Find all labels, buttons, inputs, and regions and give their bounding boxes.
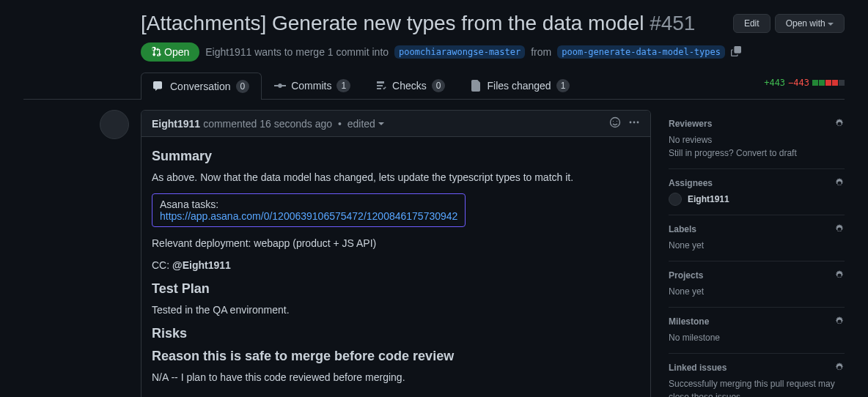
testplan-heading: Test Plan — [152, 281, 640, 297]
svg-point-5 — [637, 122, 639, 124]
assignees-title: Assignees — [669, 178, 713, 188]
labels-title: Labels — [669, 224, 696, 234]
sidebar-reviewers: Reviewers No reviews Still in progress? … — [669, 110, 845, 169]
avatar[interactable] — [100, 110, 129, 139]
state-badge-open: Open — [141, 42, 199, 62]
reviewers-text: No reviews — [669, 133, 845, 146]
reason-text: N/A -- I plan to have this code reviewed… — [152, 371, 640, 383]
tab-checks-label: Checks — [392, 80, 427, 92]
summary-heading: Summary — [152, 149, 640, 164]
tab-commits-label: Commits — [291, 80, 331, 92]
sidebar-labels: Labels None yet — [669, 215, 845, 261]
checklist-icon — [375, 80, 387, 92]
pr-author[interactable]: Eight1911 — [205, 46, 251, 58]
state-text: Open — [164, 46, 189, 58]
assignee-name: Eight1911 — [688, 194, 729, 204]
gear-icon[interactable] — [834, 119, 845, 129]
tab-files-label: Files changed — [487, 80, 551, 92]
git-pull-request-icon — [151, 47, 161, 57]
svg-point-1 — [613, 121, 614, 122]
head-branch[interactable]: poom-generate-data-model-types — [557, 45, 725, 59]
labels-text: None yet — [669, 239, 845, 252]
tab-conversation-count: 0 — [236, 80, 250, 93]
tab-checks[interactable]: Checks 0 — [363, 72, 457, 99]
cc-mention[interactable]: @Eight1911 — [172, 259, 231, 271]
chevron-down-icon — [378, 122, 384, 125]
projects-text: None yet — [669, 285, 845, 298]
svg-point-3 — [630, 122, 632, 124]
gear-icon[interactable] — [834, 178, 845, 188]
open-with-label: Open with — [786, 18, 825, 29]
assignee-row[interactable]: Eight1911 — [669, 193, 845, 206]
tab-checks-count: 0 — [432, 79, 446, 92]
comment-timestamp: commented 16 seconds ago — [203, 118, 332, 130]
gear-icon[interactable] — [834, 316, 845, 327]
sidebar-milestone: Milestone No milestone — [669, 308, 845, 354]
copy-icon[interactable] — [731, 46, 741, 59]
asana-label: Asana tasks: — [160, 198, 457, 210]
tab-conversation-label: Conversation — [170, 81, 231, 92]
svg-point-0 — [611, 118, 620, 127]
emoji-icon[interactable] — [609, 116, 621, 130]
gear-icon[interactable] — [834, 363, 845, 373]
sidebar-projects: Projects None yet — [669, 261, 845, 308]
pr-number: #451 — [650, 12, 695, 34]
merge-action-text: wants to merge 1 commit into — [254, 46, 389, 58]
tab-files-count: 1 — [556, 79, 570, 92]
chevron-down-icon — [828, 23, 834, 26]
from-text: from — [531, 46, 551, 58]
page-title: [Attachments] Generate new types from th… — [23, 12, 727, 35]
linked-issues-text: Successfully merging this pull request m… — [669, 377, 845, 397]
cc-line: CC: @Eight1911 — [152, 259, 640, 271]
git-commit-icon — [274, 80, 286, 92]
testplan-text: Tested in the QA environment. — [152, 304, 640, 316]
tab-files-changed[interactable]: Files changed 1 — [457, 72, 582, 99]
convert-to-draft-link[interactable]: Still in progress? Convert to draft — [669, 146, 845, 160]
milestone-title: Milestone — [669, 316, 709, 327]
comment-header: Eight1911 commented 16 seconds ago • edi… — [141, 111, 650, 137]
tab-conversation[interactable]: Conversation 0 — [141, 73, 262, 100]
asana-link[interactable]: https://app.asana.com/0/1200639106575472… — [160, 210, 457, 222]
deployment-text: Relevant deployment: webapp (product + J… — [152, 237, 640, 249]
comment-discussion-icon — [153, 81, 165, 92]
sidebar-linked-issues: Linked issues Successfully merging this … — [669, 354, 845, 397]
svg-point-2 — [617, 121, 617, 122]
tab-commits-count: 1 — [336, 79, 350, 92]
linked-issues-title: Linked issues — [669, 363, 727, 373]
edit-button[interactable]: Edit — [733, 14, 770, 33]
diff-blocks — [812, 80, 845, 86]
asana-tasks-box: Asana tasks: https://app.asana.com/0/120… — [152, 193, 466, 227]
merge-description: Eight1911 wants to merge 1 commit into — [205, 46, 389, 58]
projects-title: Projects — [669, 270, 703, 281]
reason-heading: Reason this is safe to merge before code… — [152, 349, 640, 364]
comment-box: Eight1911 commented 16 seconds ago • edi… — [141, 110, 651, 397]
edited-indicator[interactable]: • edited — [335, 118, 384, 130]
comment-author[interactable]: Eight1911 — [152, 118, 200, 130]
risks-heading: Risks — [152, 326, 640, 341]
gear-icon[interactable] — [834, 270, 845, 281]
open-with-button[interactable]: Open with — [775, 14, 845, 33]
sidebar-assignees: Assignees Eight1911 — [669, 169, 845, 215]
gear-icon[interactable] — [834, 224, 845, 234]
diff-deletions: −443 — [788, 78, 809, 88]
svg-point-4 — [633, 122, 636, 124]
reviewers-title: Reviewers — [669, 119, 712, 129]
milestone-text: No milestone — [669, 331, 845, 344]
summary-text: As above. Now that the data model has ch… — [152, 171, 640, 183]
base-branch[interactable]: poomchiarawongse-master — [394, 45, 525, 59]
kebab-icon[interactable] — [628, 116, 640, 130]
pr-title-text: [Attachments] Generate new types from th… — [141, 12, 644, 34]
diffstat: +443 −443 — [764, 78, 845, 88]
diff-additions: +443 — [764, 78, 785, 88]
assignee-avatar — [669, 193, 682, 206]
file-diff-icon — [470, 80, 482, 92]
comment-body: Summary As above. Now that the data mode… — [141, 137, 650, 397]
tab-commits[interactable]: Commits 1 — [262, 72, 363, 99]
